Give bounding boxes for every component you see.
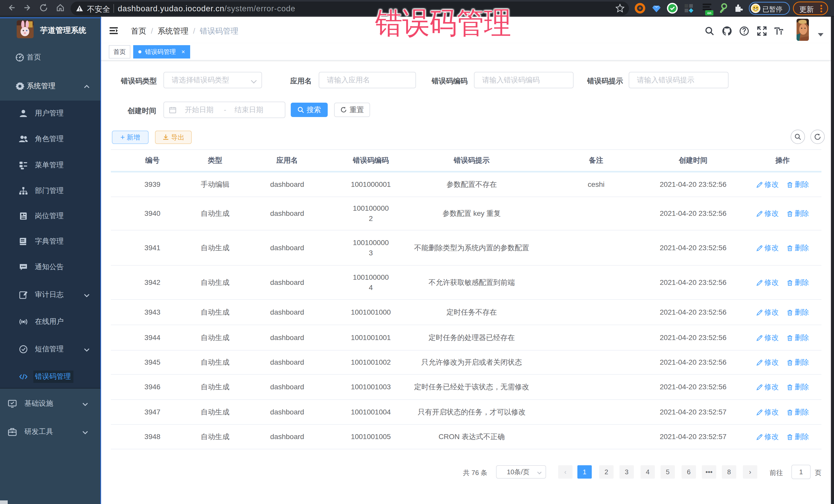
- svg-text:on: on: [707, 11, 711, 15]
